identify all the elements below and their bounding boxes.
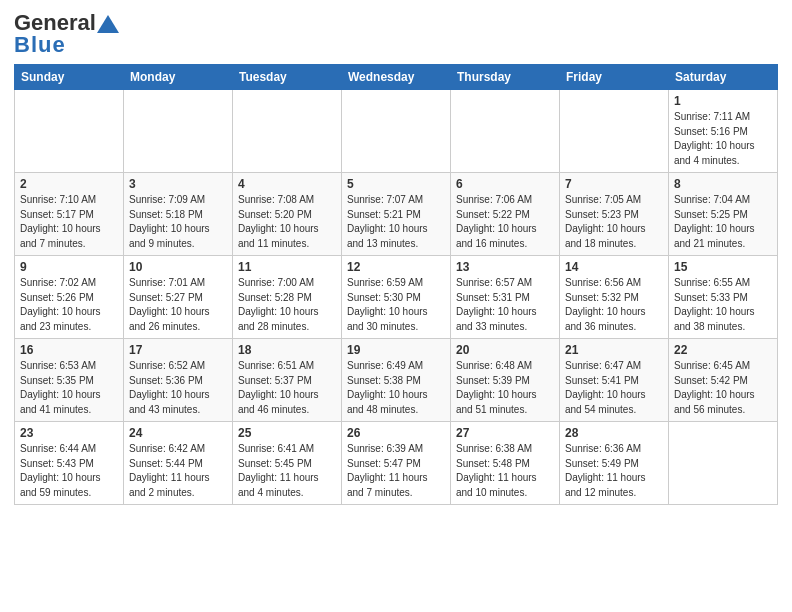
weekday-thursday: Thursday [451,65,560,90]
day-number: 5 [347,177,445,191]
day-cell [124,90,233,173]
day-number: 8 [674,177,772,191]
day-cell: 5Sunrise: 7:07 AM Sunset: 5:21 PM Daylig… [342,173,451,256]
day-cell: 2Sunrise: 7:10 AM Sunset: 5:17 PM Daylig… [15,173,124,256]
week-row-3: 9Sunrise: 7:02 AM Sunset: 5:26 PM Daylig… [15,256,778,339]
day-cell [560,90,669,173]
logo-triangle-icon [97,15,119,33]
day-cell: 10Sunrise: 7:01 AM Sunset: 5:27 PM Dayli… [124,256,233,339]
day-info: Sunrise: 6:45 AM Sunset: 5:42 PM Dayligh… [674,359,772,417]
weekday-sunday: Sunday [15,65,124,90]
day-cell: 27Sunrise: 6:38 AM Sunset: 5:48 PM Dayli… [451,422,560,505]
day-info: Sunrise: 6:51 AM Sunset: 5:37 PM Dayligh… [238,359,336,417]
day-number: 11 [238,260,336,274]
day-info: Sunrise: 6:41 AM Sunset: 5:45 PM Dayligh… [238,442,336,500]
day-cell: 13Sunrise: 6:57 AM Sunset: 5:31 PM Dayli… [451,256,560,339]
day-info: Sunrise: 7:01 AM Sunset: 5:27 PM Dayligh… [129,276,227,334]
day-number: 13 [456,260,554,274]
day-info: Sunrise: 6:36 AM Sunset: 5:49 PM Dayligh… [565,442,663,500]
day-cell: 3Sunrise: 7:09 AM Sunset: 5:18 PM Daylig… [124,173,233,256]
day-info: Sunrise: 7:00 AM Sunset: 5:28 PM Dayligh… [238,276,336,334]
day-info: Sunrise: 6:49 AM Sunset: 5:38 PM Dayligh… [347,359,445,417]
day-cell: 4Sunrise: 7:08 AM Sunset: 5:20 PM Daylig… [233,173,342,256]
day-info: Sunrise: 7:08 AM Sunset: 5:20 PM Dayligh… [238,193,336,251]
day-number: 14 [565,260,663,274]
day-number: 6 [456,177,554,191]
day-number: 25 [238,426,336,440]
day-info: Sunrise: 6:38 AM Sunset: 5:48 PM Dayligh… [456,442,554,500]
day-cell [233,90,342,173]
day-cell: 8Sunrise: 7:04 AM Sunset: 5:25 PM Daylig… [669,173,778,256]
header: General Blue [14,10,778,58]
week-row-1: 1Sunrise: 7:11 AM Sunset: 5:16 PM Daylig… [15,90,778,173]
svg-marker-0 [97,15,119,33]
day-number: 24 [129,426,227,440]
day-cell: 11Sunrise: 7:00 AM Sunset: 5:28 PM Dayli… [233,256,342,339]
day-cell: 21Sunrise: 6:47 AM Sunset: 5:41 PM Dayli… [560,339,669,422]
day-info: Sunrise: 6:55 AM Sunset: 5:33 PM Dayligh… [674,276,772,334]
day-number: 26 [347,426,445,440]
logo: General Blue [14,10,120,58]
day-number: 21 [565,343,663,357]
day-info: Sunrise: 7:05 AM Sunset: 5:23 PM Dayligh… [565,193,663,251]
day-cell [342,90,451,173]
day-cell: 15Sunrise: 6:55 AM Sunset: 5:33 PM Dayli… [669,256,778,339]
weekday-friday: Friday [560,65,669,90]
day-number: 4 [238,177,336,191]
day-number: 9 [20,260,118,274]
day-info: Sunrise: 7:04 AM Sunset: 5:25 PM Dayligh… [674,193,772,251]
day-cell: 22Sunrise: 6:45 AM Sunset: 5:42 PM Dayli… [669,339,778,422]
day-info: Sunrise: 7:02 AM Sunset: 5:26 PM Dayligh… [20,276,118,334]
day-cell: 9Sunrise: 7:02 AM Sunset: 5:26 PM Daylig… [15,256,124,339]
day-cell: 28Sunrise: 6:36 AM Sunset: 5:49 PM Dayli… [560,422,669,505]
day-info: Sunrise: 6:48 AM Sunset: 5:39 PM Dayligh… [456,359,554,417]
day-cell: 16Sunrise: 6:53 AM Sunset: 5:35 PM Dayli… [15,339,124,422]
day-info: Sunrise: 7:10 AM Sunset: 5:17 PM Dayligh… [20,193,118,251]
day-cell: 23Sunrise: 6:44 AM Sunset: 5:43 PM Dayli… [15,422,124,505]
day-cell: 26Sunrise: 6:39 AM Sunset: 5:47 PM Dayli… [342,422,451,505]
page: General Blue SundayMondayTuesdayWednesda… [0,0,792,612]
day-info: Sunrise: 6:52 AM Sunset: 5:36 PM Dayligh… [129,359,227,417]
weekday-wednesday: Wednesday [342,65,451,90]
day-info: Sunrise: 7:07 AM Sunset: 5:21 PM Dayligh… [347,193,445,251]
day-number: 18 [238,343,336,357]
weekday-header-row: SundayMondayTuesdayWednesdayThursdayFrid… [15,65,778,90]
weekday-monday: Monday [124,65,233,90]
day-cell: 1Sunrise: 7:11 AM Sunset: 5:16 PM Daylig… [669,90,778,173]
day-number: 17 [129,343,227,357]
day-cell: 14Sunrise: 6:56 AM Sunset: 5:32 PM Dayli… [560,256,669,339]
day-cell: 6Sunrise: 7:06 AM Sunset: 5:22 PM Daylig… [451,173,560,256]
day-info: Sunrise: 6:57 AM Sunset: 5:31 PM Dayligh… [456,276,554,334]
day-cell: 20Sunrise: 6:48 AM Sunset: 5:39 PM Dayli… [451,339,560,422]
day-number: 12 [347,260,445,274]
day-number: 19 [347,343,445,357]
day-info: Sunrise: 6:53 AM Sunset: 5:35 PM Dayligh… [20,359,118,417]
week-row-2: 2Sunrise: 7:10 AM Sunset: 5:17 PM Daylig… [15,173,778,256]
day-cell [451,90,560,173]
week-row-5: 23Sunrise: 6:44 AM Sunset: 5:43 PM Dayli… [15,422,778,505]
day-cell: 7Sunrise: 7:05 AM Sunset: 5:23 PM Daylig… [560,173,669,256]
day-info: Sunrise: 7:09 AM Sunset: 5:18 PM Dayligh… [129,193,227,251]
day-number: 20 [456,343,554,357]
weekday-tuesday: Tuesday [233,65,342,90]
day-info: Sunrise: 6:47 AM Sunset: 5:41 PM Dayligh… [565,359,663,417]
day-info: Sunrise: 6:56 AM Sunset: 5:32 PM Dayligh… [565,276,663,334]
day-number: 28 [565,426,663,440]
day-number: 16 [20,343,118,357]
day-cell: 19Sunrise: 6:49 AM Sunset: 5:38 PM Dayli… [342,339,451,422]
day-info: Sunrise: 7:11 AM Sunset: 5:16 PM Dayligh… [674,110,772,168]
calendar: SundayMondayTuesdayWednesdayThursdayFrid… [14,64,778,505]
day-number: 23 [20,426,118,440]
day-cell: 25Sunrise: 6:41 AM Sunset: 5:45 PM Dayli… [233,422,342,505]
weekday-saturday: Saturday [669,65,778,90]
day-info: Sunrise: 6:44 AM Sunset: 5:43 PM Dayligh… [20,442,118,500]
day-cell [15,90,124,173]
day-info: Sunrise: 6:59 AM Sunset: 5:30 PM Dayligh… [347,276,445,334]
day-number: 2 [20,177,118,191]
day-number: 3 [129,177,227,191]
day-number: 27 [456,426,554,440]
day-cell: 24Sunrise: 6:42 AM Sunset: 5:44 PM Dayli… [124,422,233,505]
day-number: 10 [129,260,227,274]
day-number: 15 [674,260,772,274]
day-cell: 18Sunrise: 6:51 AM Sunset: 5:37 PM Dayli… [233,339,342,422]
